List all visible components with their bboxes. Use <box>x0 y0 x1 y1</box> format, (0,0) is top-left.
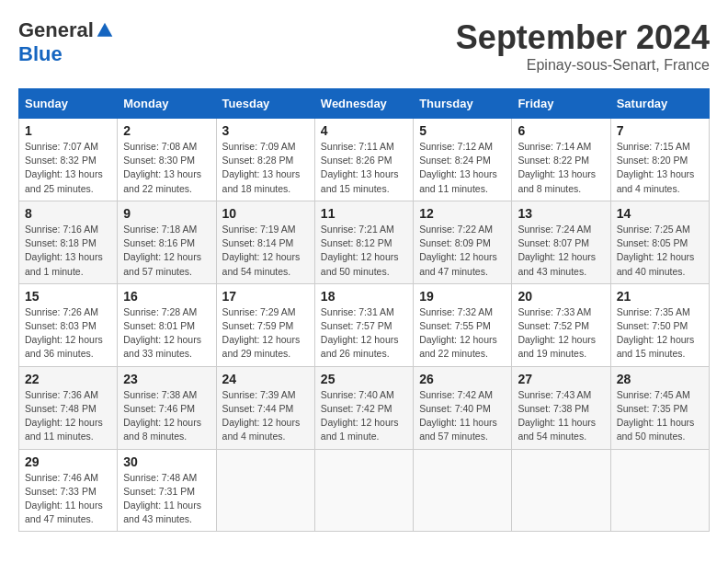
svg-marker-0 <box>97 23 113 37</box>
calendar-week-0: 1Sunrise: 7:07 AMSunset: 8:32 PMDaylight… <box>19 119 710 201</box>
calendar-table: SundayMondayTuesdayWednesdayThursdayFrid… <box>18 88 710 532</box>
calendar-cell-7: 7Sunrise: 7:15 AMSunset: 8:20 PMDaylight… <box>610 119 709 201</box>
calendar-cell-14: 14Sunrise: 7:25 AMSunset: 8:05 PMDayligh… <box>610 201 709 283</box>
calendar-week-2: 15Sunrise: 7:26 AMSunset: 8:03 PMDayligh… <box>19 283 710 366</box>
day-info: Sunrise: 7:39 AMSunset: 7:44 PMDaylight:… <box>222 388 309 444</box>
calendar-cell-4: 4Sunrise: 7:11 AMSunset: 8:26 PMDaylight… <box>314 119 413 201</box>
day-info: Sunrise: 7:15 AMSunset: 8:20 PMDaylight:… <box>617 140 703 196</box>
day-number: 7 <box>617 123 703 138</box>
day-header-tuesday: Tuesday <box>216 89 314 119</box>
calendar-week-3: 22Sunrise: 7:36 AMSunset: 7:48 PMDayligh… <box>19 366 710 449</box>
calendar-cell-23: 23Sunrise: 7:38 AMSunset: 7:46 PMDayligh… <box>118 366 216 449</box>
day-number: 3 <box>222 123 309 138</box>
month-title: September 2024 <box>456 18 710 57</box>
calendar-cell-11: 11Sunrise: 7:21 AMSunset: 8:12 PMDayligh… <box>314 201 413 283</box>
calendar-cell-empty <box>314 449 413 532</box>
day-header-thursday: Thursday <box>414 89 512 119</box>
calendar-cell-13: 13Sunrise: 7:24 AMSunset: 8:07 PMDayligh… <box>512 201 610 283</box>
day-number: 13 <box>518 206 604 221</box>
day-number: 19 <box>419 289 506 304</box>
day-number: 18 <box>321 289 407 304</box>
day-number: 25 <box>321 372 407 386</box>
day-info: Sunrise: 7:11 AMSunset: 8:26 PMDaylight:… <box>321 140 407 196</box>
day-number: 8 <box>25 206 111 221</box>
day-number: 14 <box>617 206 703 221</box>
location: Epinay-sous-Senart, France <box>456 57 710 74</box>
day-number: 17 <box>222 289 309 304</box>
calendar-cell-16: 16Sunrise: 7:28 AMSunset: 8:01 PMDayligh… <box>118 283 216 366</box>
calendar-cell-2: 2Sunrise: 7:08 AMSunset: 8:30 PMDaylight… <box>118 119 216 201</box>
day-info: Sunrise: 7:22 AMSunset: 8:09 PMDaylight:… <box>419 223 506 279</box>
calendar-cell-10: 10Sunrise: 7:19 AMSunset: 8:14 PMDayligh… <box>216 201 314 283</box>
day-info: Sunrise: 7:40 AMSunset: 7:42 PMDaylight:… <box>321 388 407 444</box>
day-number: 23 <box>123 372 210 386</box>
day-number: 27 <box>518 372 604 386</box>
day-header-friday: Friday <box>512 89 610 119</box>
calendar-cell-26: 26Sunrise: 7:42 AMSunset: 7:40 PMDayligh… <box>414 366 512 449</box>
calendar-cell-5: 5Sunrise: 7:12 AMSunset: 8:24 PMDaylight… <box>414 119 512 201</box>
day-info: Sunrise: 7:31 AMSunset: 7:57 PMDaylight:… <box>321 305 407 362</box>
calendar-cell-empty <box>216 449 314 532</box>
calendar-cell-8: 8Sunrise: 7:16 AMSunset: 8:18 PMDaylight… <box>19 201 118 283</box>
day-info: Sunrise: 7:28 AMSunset: 8:01 PMDaylight:… <box>123 305 210 362</box>
calendar-cell-empty <box>512 449 610 532</box>
day-info: Sunrise: 7:19 AMSunset: 8:14 PMDaylight:… <box>222 223 309 279</box>
calendar-cell-28: 28Sunrise: 7:45 AMSunset: 7:35 PMDayligh… <box>610 366 709 449</box>
day-info: Sunrise: 7:29 AMSunset: 7:59 PMDaylight:… <box>222 305 309 362</box>
day-number: 11 <box>321 206 407 221</box>
calendar-cell-27: 27Sunrise: 7:43 AMSunset: 7:38 PMDayligh… <box>512 366 610 449</box>
day-info: Sunrise: 7:33 AMSunset: 7:52 PMDaylight:… <box>518 305 604 362</box>
calendar-cell-1: 1Sunrise: 7:07 AMSunset: 8:32 PMDaylight… <box>19 119 118 201</box>
day-info: Sunrise: 7:32 AMSunset: 7:55 PMDaylight:… <box>419 305 506 362</box>
calendar-cell-22: 22Sunrise: 7:36 AMSunset: 7:48 PMDayligh… <box>19 366 118 449</box>
day-number: 30 <box>123 454 210 469</box>
calendar-cell-6: 6Sunrise: 7:14 AMSunset: 8:22 PMDaylight… <box>512 119 610 201</box>
day-header-saturday: Saturday <box>610 89 709 119</box>
day-number: 21 <box>617 289 703 304</box>
page-header: General Blue September 2024 Epinay-sous-… <box>18 18 710 74</box>
day-number: 29 <box>25 454 111 469</box>
day-header-monday: Monday <box>118 89 216 119</box>
day-info: Sunrise: 7:45 AMSunset: 7:35 PMDaylight:… <box>617 388 703 444</box>
day-number: 5 <box>419 123 506 138</box>
day-info: Sunrise: 7:14 AMSunset: 8:22 PMDaylight:… <box>518 140 604 196</box>
day-number: 28 <box>617 372 703 386</box>
day-number: 4 <box>321 123 407 138</box>
day-number: 6 <box>518 123 604 138</box>
calendar-cell-18: 18Sunrise: 7:31 AMSunset: 7:57 PMDayligh… <box>314 283 413 366</box>
day-info: Sunrise: 7:42 AMSunset: 7:40 PMDaylight:… <box>419 388 506 444</box>
day-number: 26 <box>419 372 506 386</box>
day-info: Sunrise: 7:25 AMSunset: 8:05 PMDaylight:… <box>617 223 703 279</box>
calendar-week-4: 29Sunrise: 7:46 AMSunset: 7:33 PMDayligh… <box>19 449 710 532</box>
day-number: 16 <box>123 289 210 304</box>
calendar-cell-29: 29Sunrise: 7:46 AMSunset: 7:33 PMDayligh… <box>19 449 118 532</box>
day-info: Sunrise: 7:16 AMSunset: 8:18 PMDaylight:… <box>25 223 111 279</box>
calendar-cell-15: 15Sunrise: 7:26 AMSunset: 8:03 PMDayligh… <box>19 283 118 366</box>
day-info: Sunrise: 7:46 AMSunset: 7:33 PMDaylight:… <box>25 471 111 527</box>
day-number: 24 <box>222 372 309 386</box>
calendar-cell-21: 21Sunrise: 7:35 AMSunset: 7:50 PMDayligh… <box>610 283 709 366</box>
calendar-cell-20: 20Sunrise: 7:33 AMSunset: 7:52 PMDayligh… <box>512 283 610 366</box>
calendar-cell-empty <box>414 449 512 532</box>
calendar-cell-12: 12Sunrise: 7:22 AMSunset: 8:09 PMDayligh… <box>414 201 512 283</box>
day-info: Sunrise: 7:43 AMSunset: 7:38 PMDaylight:… <box>518 388 604 444</box>
day-number: 15 <box>25 289 111 304</box>
calendar-cell-19: 19Sunrise: 7:32 AMSunset: 7:55 PMDayligh… <box>414 283 512 366</box>
day-info: Sunrise: 7:09 AMSunset: 8:28 PMDaylight:… <box>222 140 309 196</box>
calendar-cell-25: 25Sunrise: 7:40 AMSunset: 7:42 PMDayligh… <box>314 366 413 449</box>
day-info: Sunrise: 7:18 AMSunset: 8:16 PMDaylight:… <box>123 223 210 279</box>
calendar-week-1: 8Sunrise: 7:16 AMSunset: 8:18 PMDaylight… <box>19 201 710 283</box>
day-info: Sunrise: 7:21 AMSunset: 8:12 PMDaylight:… <box>321 223 407 279</box>
title-block: September 2024 Epinay-sous-Senart, Franc… <box>456 18 710 74</box>
day-info: Sunrise: 7:48 AMSunset: 7:31 PMDaylight:… <box>123 471 210 527</box>
calendar-cell-24: 24Sunrise: 7:39 AMSunset: 7:44 PMDayligh… <box>216 366 314 449</box>
day-info: Sunrise: 7:07 AMSunset: 8:32 PMDaylight:… <box>25 140 111 196</box>
day-number: 9 <box>123 206 210 221</box>
day-info: Sunrise: 7:08 AMSunset: 8:30 PMDaylight:… <box>123 140 210 196</box>
day-number: 2 <box>123 123 210 138</box>
day-info: Sunrise: 7:26 AMSunset: 8:03 PMDaylight:… <box>25 305 111 362</box>
day-header-wednesday: Wednesday <box>314 89 413 119</box>
logo: General Blue <box>18 18 114 66</box>
calendar-cell-9: 9Sunrise: 7:18 AMSunset: 8:16 PMDaylight… <box>118 201 216 283</box>
day-info: Sunrise: 7:36 AMSunset: 7:48 PMDaylight:… <box>25 388 111 444</box>
